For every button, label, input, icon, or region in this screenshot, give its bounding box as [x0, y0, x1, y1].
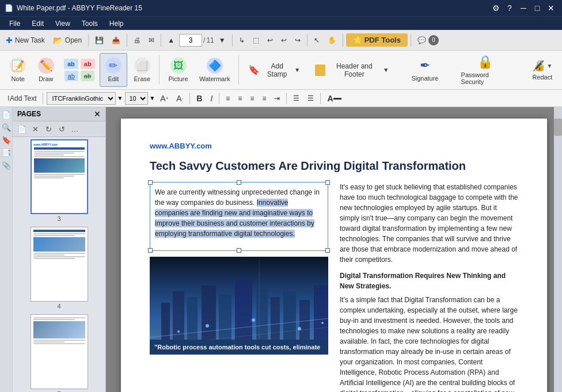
maximize-button[interactable]: □	[531, 2, 544, 14]
ribbon-sep-2	[238, 55, 239, 85]
document-area[interactable]: www.ABBYY.com Tech Savvy Customers Are D…	[106, 107, 562, 392]
vertical-scrollbar[interactable]	[554, 107, 562, 392]
search-icon[interactable]: 🔍	[1, 122, 12, 132]
text-color-button[interactable]: A	[324, 92, 344, 105]
rotate-button[interactable]: ↩	[264, 32, 276, 48]
right-column: It's easy to get stuck believing that es…	[340, 182, 518, 392]
signature-tool[interactable]: ✒ Signature	[407, 56, 443, 84]
font-dropdown-icon: ▼	[117, 95, 123, 101]
font-size-select[interactable]: 10	[125, 92, 148, 105]
draw-tool[interactable]: ✏️ Draw	[32, 53, 59, 87]
toolbar-separator-7	[411, 34, 411, 47]
menu-file[interactable]: File	[3, 18, 26, 29]
italic-button[interactable]: I	[207, 92, 215, 105]
page-thumb-3[interactable]: www.ABBYY.com 3	[15, 139, 103, 222]
underline-ab-1[interactable]: ab	[64, 71, 78, 81]
sidebar-rotate-ccw-button[interactable]: ↺	[56, 123, 67, 135]
header-footer-button[interactable]: Header and Footer ▼	[309, 60, 394, 81]
page-number-input[interactable]: 3	[179, 34, 202, 47]
stamp-icon: 🔖	[248, 64, 260, 75]
total-pages: 11	[206, 36, 214, 44]
edit-icon: ✏	[105, 58, 121, 74]
add-text-button[interactable]: Ⅰ Add Text	[5, 92, 39, 105]
settings-icon-btn[interactable]: ⚙	[489, 2, 502, 14]
align-left-button[interactable]: ≡	[223, 92, 233, 105]
sidebar-rotate-cw-button[interactable]: ↻	[43, 123, 54, 135]
text-tb-sep-2	[189, 93, 190, 104]
save-button[interactable]: 💾	[92, 32, 107, 48]
add-stamp-button[interactable]: 🔖 Add Stamp ▼	[242, 60, 306, 81]
redo-button[interactable]: ↪	[291, 32, 304, 48]
handle-tr	[325, 180, 330, 185]
menu-help[interactable]: Help	[104, 18, 130, 29]
sidebar-delete-page-button[interactable]: ✕	[29, 123, 41, 135]
comment-icon: 💬	[417, 36, 426, 44]
highlight-ab-1[interactable]: ab	[64, 59, 78, 69]
strikethrough-ab[interactable]: ab	[81, 71, 94, 81]
page-thumb-4[interactable]: 4	[15, 227, 103, 310]
note-tool[interactable]: 📝 Note	[5, 53, 31, 87]
attachments-icon[interactable]: 📎	[1, 160, 12, 170]
password-security-tool[interactable]: 🔒 Password Security	[455, 52, 515, 87]
align-right-button[interactable]: ≡	[247, 92, 257, 105]
layers-icon[interactable]: 📑	[1, 147, 12, 158]
pan-tool-button[interactable]: ✋	[324, 32, 340, 48]
password-security-icon: 🔒	[477, 55, 493, 70]
scrollbar-thumb[interactable]	[554, 119, 562, 136]
prev-page-button[interactable]: ▲	[164, 32, 178, 48]
email-icon: ✉	[149, 36, 154, 44]
page-thumb-5[interactable]: 5	[15, 314, 103, 392]
watermark-tool[interactable]: 🔷 Watermark	[195, 53, 236, 87]
export-button[interactable]: 📤	[108, 32, 124, 48]
print-icon: 🖨	[134, 36, 140, 44]
cursor-tool-button[interactable]: ↖	[310, 32, 323, 48]
minimize-button[interactable]: ─	[517, 2, 530, 14]
page-thumb-label-4: 4	[57, 303, 60, 310]
decrease-font-button[interactable]: A-	[173, 92, 186, 105]
bold-button[interactable]: B	[193, 92, 205, 105]
erase-label: Erase	[134, 75, 150, 82]
note-label: Note	[12, 75, 25, 82]
area-button[interactable]: ⬚	[249, 32, 263, 48]
sidebar-close-button[interactable]: ✕	[94, 109, 101, 119]
svg-point-16	[252, 318, 255, 322]
indent-button[interactable]: ⇥	[271, 92, 283, 105]
align-center-button[interactable]: ≡	[235, 92, 245, 105]
open-button[interactable]: 📂 Open	[50, 32, 85, 48]
signature-icon: ✒	[420, 58, 430, 73]
text-box-selected[interactable]: We are currently witnessing unprecedente…	[150, 182, 328, 251]
font-name-select[interactable]: ITCFranklinGothic	[47, 92, 116, 105]
toolbar-separator-2	[127, 34, 127, 47]
select-tool-button[interactable]: ↳	[236, 32, 248, 48]
erase-tool[interactable]: ⬜ Erase	[128, 53, 155, 87]
new-task-button[interactable]: ✚ New Task	[2, 32, 48, 48]
help-icon-btn[interactable]: ?	[503, 2, 516, 14]
right-col-heading2: Digital Transformation Requires New Thin…	[340, 271, 518, 291]
next-page-button[interactable]: ▼	[215, 32, 229, 48]
redact-tool[interactable]: 🔏 ▼ Redact	[527, 57, 557, 83]
pages-view-icon[interactable]: 📄	[1, 109, 12, 120]
bookmark-icon[interactable]: 🔖	[1, 135, 12, 145]
picture-tool[interactable]: 🖼 Picture	[163, 53, 193, 87]
sidebar-more-button[interactable]: …	[69, 123, 81, 135]
sidebar-new-page-button[interactable]: 📄	[16, 123, 28, 135]
svg-point-17	[298, 327, 301, 330]
email-button[interactable]: ✉	[145, 32, 158, 48]
print-button[interactable]: 🖨	[130, 32, 144, 48]
list-bullet-button[interactable]: ☰	[290, 92, 302, 105]
header-footer-icon	[315, 64, 325, 76]
increase-font-button[interactable]: A+	[157, 92, 171, 105]
close-button[interactable]: ✕	[545, 2, 557, 14]
menu-view[interactable]: View	[50, 18, 76, 29]
text-highlight-tools[interactable]: ab ab ab ab	[60, 53, 98, 87]
align-justify-button[interactable]: ≡	[259, 92, 269, 105]
page-separator: /	[203, 36, 205, 44]
highlight-ab-2[interactable]: ab	[81, 59, 95, 69]
pdf-tools-button[interactable]: ⭐ PDF Tools	[346, 33, 408, 47]
menu-edit[interactable]: Edit	[26, 18, 50, 29]
edit-tool[interactable]: ✏ Edit	[100, 53, 127, 87]
undo-button[interactable]: ↩	[278, 32, 290, 48]
list-numbered-button[interactable]: ☰	[305, 92, 317, 105]
comment-button[interactable]: 💬 0	[414, 32, 442, 48]
menu-tools[interactable]: Tools	[76, 18, 104, 29]
